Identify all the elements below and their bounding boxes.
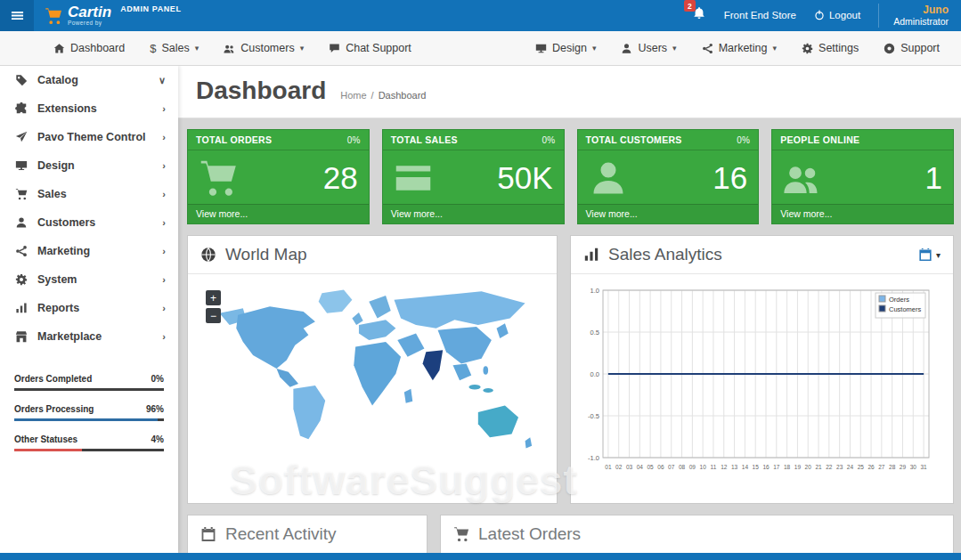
svg-text:10: 10: [700, 464, 707, 470]
sidebar-item[interactable]: Catalog ∨: [0, 66, 178, 94]
brand-name: Cartin: [68, 4, 111, 20]
card-value: 16: [713, 160, 747, 196]
sidebar-item[interactable]: Reports ›: [0, 294, 178, 322]
sidebar-item-icon: [14, 131, 29, 143]
card-view-more-link[interactable]: View more...: [188, 204, 369, 223]
footer-bar: [0, 553, 961, 560]
nav-item-label: Customers: [240, 42, 294, 54]
logout-link[interactable]: Logout: [814, 10, 860, 20]
stat-label: Orders Completed: [14, 374, 92, 384]
sidebar-item[interactable]: Marketing ›: [0, 237, 178, 265]
card-icon: [394, 158, 433, 198]
svg-text:Orders: Orders: [889, 296, 909, 304]
card-badge: 0%: [737, 135, 750, 145]
svg-text:19: 19: [794, 464, 802, 470]
main-content: Dashboard Home / Dashboard TOTAL ORDERS …: [178, 66, 961, 553]
card-view-more-link[interactable]: View more...: [772, 204, 953, 223]
zoom-out-button[interactable]: −: [206, 308, 221, 323]
navbar-right: Design ▾ Users ▾ Marketing ▾ Settings: [523, 31, 961, 65]
svg-text:30: 30: [910, 464, 917, 470]
cart-icon: [453, 526, 469, 542]
card-badge: 0%: [347, 135, 361, 145]
dashboard-content: TOTAL ORDERS 0% 28 View more... TOTAL SA…: [178, 118, 961, 553]
date-range-dropdown[interactable]: ▾: [918, 248, 941, 262]
svg-text:Customers: Customers: [889, 305, 922, 313]
nav-item[interactable]: $ Sales ▾: [137, 31, 211, 65]
chevron-icon: ›: [162, 189, 166, 199]
nav-item[interactable]: Support: [871, 31, 952, 65]
nav-item[interactable]: Dashboard: [41, 31, 137, 65]
card-body: 50K: [383, 150, 564, 204]
stat-value: 96%: [146, 404, 164, 414]
nav-item[interactable]: Users ▾: [608, 31, 688, 65]
sidebar-item[interactable]: Design ›: [0, 151, 178, 180]
nav-item[interactable]: Design ▾: [523, 31, 608, 65]
nav-item-icon: [802, 43, 813, 54]
sidebar-item[interactable]: Extensions ›: [0, 94, 178, 123]
front-end-store-link[interactable]: Front End Store: [724, 10, 796, 20]
nav-item[interactable]: Marketing ▾: [689, 31, 789, 65]
card-badge: 0%: [542, 135, 555, 145]
navbar-left: Dashboard $ Sales ▾ Customers ▾ Chat Sup…: [0, 31, 424, 65]
svg-text:20: 20: [805, 464, 812, 470]
stat-value: 4%: [151, 434, 164, 444]
card-value: 28: [323, 160, 358, 196]
svg-text:05: 05: [647, 464, 655, 470]
caret-down-icon: ▾: [672, 44, 677, 53]
sidebar-item[interactable]: Marketplace ›: [0, 322, 178, 351]
nav-item[interactable]: Chat Support: [316, 31, 424, 65]
topbar-right: 2 Front End Store Logout Juno Administra…: [692, 4, 961, 28]
stat-value: 0%: [151, 374, 164, 384]
sidebar-item-label: Customers: [37, 216, 95, 229]
sidebar-item-icon: [14, 188, 29, 200]
svg-text:01: 01: [605, 464, 612, 470]
menu-toggle-button[interactable]: [0, 0, 34, 31]
card-value: 50K: [497, 160, 552, 196]
sidebar-stat: Orders Processing 96%: [14, 404, 164, 421]
sidebar-stat: Other Statuses 4%: [14, 434, 164, 451]
calendar-icon: [200, 526, 216, 542]
sidebar-item-label: Extensions: [37, 102, 97, 115]
nav-item[interactable]: Customers ▾: [211, 31, 316, 65]
sidebar-item[interactable]: Sales ›: [0, 180, 178, 208]
map-zoom-controls: + −: [206, 290, 221, 323]
card-header: TOTAL CUSTOMERS 0%: [578, 130, 759, 150]
card-value: 1: [925, 160, 942, 196]
map-region-india: [423, 350, 444, 380]
map-region: [483, 388, 493, 393]
card-title: PEOPLE ONLINE: [780, 134, 859, 145]
breadcrumb-home-link[interactable]: Home: [340, 90, 366, 101]
sales-analytics-chart: 1.00.50.0-0.5-1.001020304050607080910111…: [576, 283, 934, 474]
brand-logo[interactable]: Cartin Powered by: [34, 4, 120, 27]
sidebar-item-label: System: [37, 273, 77, 286]
stat-card: TOTAL ORDERS 0% 28 View more...: [187, 129, 370, 224]
user-role: Administrator: [893, 16, 949, 28]
sidebar-item[interactable]: Pavo Theme Control ›: [0, 123, 178, 151]
zoom-in-button[interactable]: +: [206, 290, 221, 305]
world-map-body[interactable]: + −: [188, 274, 557, 475]
nav-item-icon: [702, 43, 713, 54]
sidebar-menu: Catalog ∨ Extensions › Pavo Theme Contro…: [0, 66, 178, 351]
svg-text:16: 16: [762, 464, 770, 470]
chevron-icon: ›: [162, 303, 166, 313]
card-header: TOTAL ORDERS 0%: [188, 130, 369, 150]
card-view-more-link[interactable]: View more...: [383, 204, 564, 223]
card-view-more-link[interactable]: View more...: [578, 204, 759, 223]
map-region: [478, 406, 518, 438]
svg-text:25: 25: [858, 464, 865, 470]
calendar-icon: [918, 248, 932, 262]
sales-analytics-body: 1.00.50.0-0.5-1.001020304050607080910111…: [571, 274, 953, 477]
sales-analytics-panel: Sales Analytics ▾ 1.00.50.0-0.5-1.001020…: [570, 235, 954, 504]
sidebar-item[interactable]: System ›: [0, 265, 178, 294]
latest-orders-title: Latest Orders: [478, 524, 581, 544]
sidebar-item[interactable]: Customers ›: [0, 208, 178, 237]
svg-text:-1.0: -1.0: [588, 454, 599, 462]
user-menu[interactable]: Juno Administrator: [878, 4, 949, 28]
sidebar: Catalog ∨ Extensions › Pavo Theme Contro…: [0, 66, 178, 553]
chevron-icon: ›: [162, 274, 166, 285]
map-region: [277, 369, 299, 387]
notifications-button[interactable]: 2: [692, 6, 706, 24]
world-map-svg[interactable]: [196, 281, 549, 475]
nav-item[interactable]: Settings: [789, 31, 871, 65]
svg-text:0.5: 0.5: [590, 329, 599, 337]
